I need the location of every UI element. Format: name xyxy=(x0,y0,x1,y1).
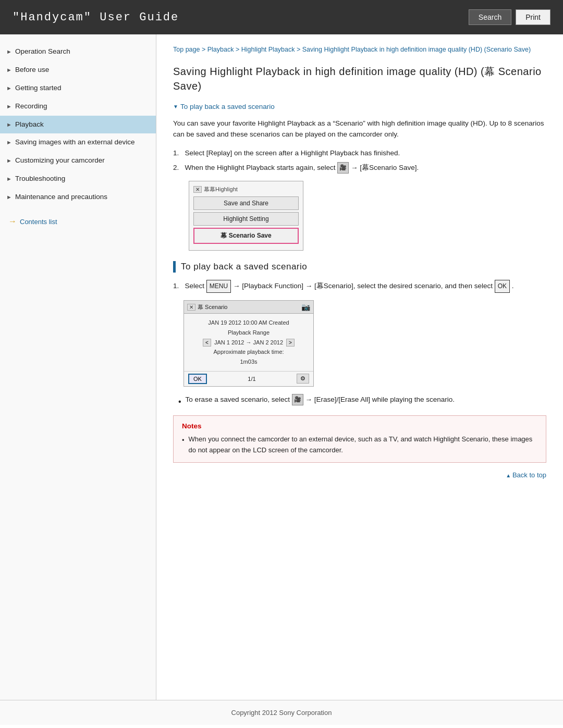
scenario-range-value: JAN 1 2012 → JAN 2 2012 xyxy=(214,338,283,348)
footer: Copyright 2012 Sony Corporation xyxy=(0,700,563,725)
notes-title: Notes xyxy=(182,422,537,430)
breadcrumb: Top page > Playback > Highlight Playback… xyxy=(173,45,546,55)
scenario-footer: OK 1/1 ⚙ xyxy=(184,371,313,386)
breadcrumb-top[interactable]: Top page xyxy=(173,46,200,53)
steps-part1: 1. Select [Replay] on the screen after a… xyxy=(173,147,546,174)
sidebar-label: Troubleshooting xyxy=(15,174,148,184)
contents-list-link[interactable]: → Contents list xyxy=(0,211,156,232)
scenario-page: 1/1 xyxy=(248,376,255,382)
header-buttons: Search Print xyxy=(469,9,550,25)
save-share-button[interactable]: Save and Share xyxy=(193,196,299,210)
collapsible-link-playback[interactable]: To play back a saved scenario xyxy=(173,103,546,110)
header: "Handycam" User Guide Search Print xyxy=(0,0,563,34)
sidebar-item-troubleshooting[interactable]: ► Troubleshooting xyxy=(0,170,156,188)
sidebar-arrow-icon: ► xyxy=(6,84,12,92)
sidebar-item-maintenance[interactable]: ► Maintenance and precautions xyxy=(0,188,156,206)
arrow-right-icon: → xyxy=(8,217,17,226)
back-to-top-label: Back to top xyxy=(512,471,546,479)
scenario-next-button[interactable]: > xyxy=(286,339,295,347)
body-text: You can save your favorite Highlight Pla… xyxy=(173,118,546,140)
sidebar-arrow-icon: ► xyxy=(6,175,12,183)
sidebar-label: Maintenance and precautions xyxy=(15,192,148,202)
screenshot1: ✕ 幕幕Highlight Save and Share Highlight S… xyxy=(189,181,303,251)
notes-box: Notes • When you connect the camcorder t… xyxy=(173,415,546,463)
copyright: Copyright 2012 Sony Corporation xyxy=(231,709,332,717)
layout: ► Operation Search ► Before use ► Gettin… xyxy=(0,34,563,700)
sidebar-arrow-icon: ► xyxy=(6,66,12,74)
scenario-screenshot: ✕ 幕 Scenario 📷 JAN 19 2012 10:00 AM Crea… xyxy=(183,300,314,386)
bullet-icon: • xyxy=(178,395,181,409)
main-content: Top page > Playback > Highlight Playback… xyxy=(156,34,563,700)
sidebar-item-before-use[interactable]: ► Before use xyxy=(0,61,156,79)
search-button[interactable]: Search xyxy=(469,9,511,25)
camera-icon: 📷 xyxy=(301,303,310,311)
ok-key: OK xyxy=(495,280,510,293)
page-title: Saving Highlight Playback in high defini… xyxy=(173,64,546,93)
step-2-text: 2. When the Highlight Playback starts ag… xyxy=(173,164,419,171)
page-number: 72 xyxy=(0,725,563,728)
bullet-erase-text: To erase a saved scenario, select 🎥 → [E… xyxy=(186,394,455,405)
step-2: 2. When the Highlight Playback starts ag… xyxy=(173,162,546,174)
sidebar-item-customizing[interactable]: ► Customizing your camcorder xyxy=(0,152,156,170)
section2-heading-text: To play back a saved scenario xyxy=(181,262,307,272)
notes-item-text: When you connect the camcorder to an ext… xyxy=(189,434,537,456)
sidebar-arrow-icon: ► xyxy=(6,157,12,165)
screenshot-title: 幕幕Highlight xyxy=(204,186,238,193)
scenario-title-text: 幕 Scenario xyxy=(198,303,227,311)
menu-key: MENU xyxy=(206,280,231,293)
record-icon: 🎥 xyxy=(337,162,349,174)
sidebar-item-operation-search[interactable]: ► Operation Search xyxy=(0,43,156,61)
sidebar-label: Operation Search xyxy=(15,47,148,57)
sidebar-arrow-icon: ► xyxy=(6,121,12,129)
sidebar-arrow-icon: ► xyxy=(6,103,12,110)
scenario-nav: < JAN 1 2012 → JAN 2 2012 > xyxy=(189,338,308,348)
sidebar-arrow-icon: ► xyxy=(6,193,12,201)
breadcrumb-highlight-playback[interactable]: Highlight Playback xyxy=(241,46,295,53)
section2-heading: To play back a saved scenario xyxy=(173,261,546,273)
sidebar-item-saving-images[interactable]: ► Saving images with an external device xyxy=(0,133,156,152)
step-2-1-end: . xyxy=(512,282,514,290)
scenario-approx-value: 1m03s xyxy=(189,357,308,367)
step-1: 1. Select [Replay] on the screen after a… xyxy=(173,147,546,159)
erase-icon: 🎥 xyxy=(292,394,303,405)
print-button[interactable]: Print xyxy=(516,9,550,25)
scenario-body: JAN 19 2012 10:00 AM Created Playback Ra… xyxy=(184,314,313,371)
sidebar-label: Playback xyxy=(15,120,148,130)
bullet-erase: • To erase a saved scenario, select 🎥 → … xyxy=(178,394,546,409)
scenario-titlebar: ✕ 幕 Scenario 📷 xyxy=(184,301,313,314)
sidebar-item-playback[interactable]: ► Playback xyxy=(0,116,156,134)
sidebar-item-getting-started[interactable]: ► Getting started xyxy=(0,79,156,97)
sidebar-arrow-icon: ► xyxy=(6,139,12,146)
scenario-prev-button[interactable]: < xyxy=(203,339,211,347)
scenario-approx-label: Approximate playback time: xyxy=(189,347,308,357)
scenario-date: JAN 19 2012 10:00 AM Created xyxy=(189,318,308,328)
scenario-range-label: Playback Range xyxy=(189,328,308,338)
sidebar-label: Before use xyxy=(15,65,148,75)
sidebar-label: Recording xyxy=(15,102,148,112)
sidebar-label: Saving images with an external device xyxy=(15,138,148,147)
sidebar-label: Getting started xyxy=(15,83,148,93)
breadcrumb-playback[interactable]: Playback xyxy=(207,46,234,53)
step-1-text: 1. Select [Replay] on the screen after a… xyxy=(173,149,400,157)
sidebar-arrow-icon: ► xyxy=(6,48,12,56)
section-heading-bar xyxy=(173,261,176,273)
sidebar: ► Operation Search ► Before use ► Gettin… xyxy=(0,34,156,700)
step-2-1-middle: → [Playback Function] → [幕Scenario], sel… xyxy=(233,282,495,290)
close-icon[interactable]: ✕ xyxy=(193,186,202,193)
sidebar-item-recording[interactable]: ► Recording xyxy=(0,97,156,116)
notes-item: • When you connect the camcorder to an e… xyxy=(182,434,537,456)
contents-link-label: Contents list xyxy=(20,218,57,226)
screenshot-titlebar: ✕ 幕幕Highlight xyxy=(193,186,299,193)
step-2-1: 1. Select MENU → [Playback Function] → [… xyxy=(173,280,546,293)
collapsible-link-label: To play back a saved scenario xyxy=(180,103,275,110)
close-icon[interactable]: ✕ xyxy=(187,304,195,311)
scenario-ok-button[interactable]: OK xyxy=(188,374,207,384)
scenario-tools-button[interactable]: ⚙ xyxy=(297,374,309,384)
highlight-setting-button[interactable]: Highlight Setting xyxy=(193,212,299,226)
header-title: "Handycam" User Guide xyxy=(13,11,179,24)
back-to-top-link[interactable]: Back to top xyxy=(173,471,546,479)
step-2-1-num: 1. Select xyxy=(173,282,206,290)
scenario-save-button[interactable]: 幕 Scenario Save xyxy=(193,228,299,244)
breadcrumb-saving-highlight[interactable]: Saving Highlight Playback in high defini… xyxy=(302,46,531,53)
notes-bullet-icon: • xyxy=(182,435,185,446)
